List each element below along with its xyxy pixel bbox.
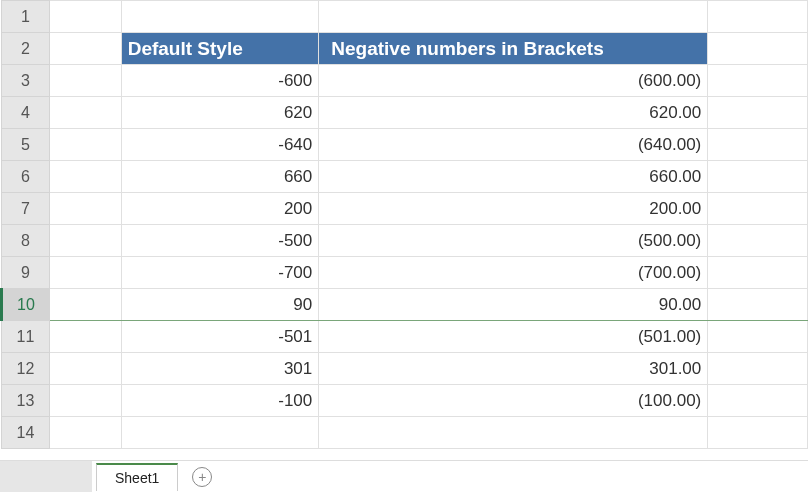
row-header[interactable]: 9	[2, 257, 50, 289]
cell[interactable]	[319, 1, 708, 33]
cell[interactable]	[49, 1, 121, 33]
cell[interactable]	[49, 417, 121, 449]
cell[interactable]	[49, 225, 121, 257]
cell[interactable]: (640.00)	[319, 129, 708, 161]
cell[interactable]	[49, 33, 121, 65]
cell[interactable]	[49, 257, 121, 289]
cell[interactable]: (600.00)	[319, 65, 708, 97]
cell[interactable]: Negative numbers in Brackets	[319, 33, 708, 65]
cell[interactable]: 90	[121, 289, 319, 321]
cell[interactable]	[708, 65, 808, 97]
cell[interactable]	[49, 65, 121, 97]
sheet-tab-sheet1[interactable]: Sheet1	[96, 463, 178, 491]
cell[interactable]	[708, 193, 808, 225]
cell[interactable]	[49, 129, 121, 161]
cell[interactable]: -600	[121, 65, 319, 97]
row-header[interactable]: 4	[2, 97, 50, 129]
cell[interactable]: 90.00	[319, 289, 708, 321]
cell[interactable]	[49, 161, 121, 193]
cell[interactable]	[708, 161, 808, 193]
cell[interactable]	[708, 289, 808, 321]
cell[interactable]: 660.00	[319, 161, 708, 193]
cell[interactable]: 620	[121, 97, 319, 129]
cell[interactable]	[49, 193, 121, 225]
cell[interactable]	[708, 97, 808, 129]
cell[interactable]: (500.00)	[319, 225, 708, 257]
cell[interactable]	[708, 257, 808, 289]
cell[interactable]	[708, 417, 808, 449]
cell[interactable]: 301.00	[319, 353, 708, 385]
cell[interactable]	[49, 289, 121, 321]
cell[interactable]	[708, 225, 808, 257]
row-header[interactable]: 3	[2, 65, 50, 97]
cell[interactable]: (700.00)	[319, 257, 708, 289]
cell[interactable]	[708, 321, 808, 353]
cell[interactable]: 200.00	[319, 193, 708, 225]
row-header[interactable]: 2	[2, 33, 50, 65]
row-header[interactable]: 10	[2, 289, 50, 321]
cell[interactable]	[49, 97, 121, 129]
cell[interactable]: Default Style	[121, 33, 319, 65]
cell[interactable]: -700	[121, 257, 319, 289]
row-header[interactable]: 1	[2, 1, 50, 33]
cell[interactable]	[121, 417, 319, 449]
cell[interactable]: (100.00)	[319, 385, 708, 417]
cell[interactable]	[708, 385, 808, 417]
cell[interactable]: -501	[121, 321, 319, 353]
cell[interactable]	[49, 353, 121, 385]
row-header[interactable]: 14	[2, 417, 50, 449]
cell[interactable]: (501.00)	[319, 321, 708, 353]
row-header[interactable]: 13	[2, 385, 50, 417]
row-header[interactable]: 11	[2, 321, 50, 353]
cell[interactable]	[708, 129, 808, 161]
cell[interactable]: 301	[121, 353, 319, 385]
cell[interactable]: -100	[121, 385, 319, 417]
cell[interactable]: 200	[121, 193, 319, 225]
add-sheet-button[interactable]: +	[192, 467, 212, 487]
cell[interactable]	[708, 1, 808, 33]
row-header[interactable]: 8	[2, 225, 50, 257]
row-header[interactable]: 5	[2, 129, 50, 161]
row-header[interactable]: 6	[2, 161, 50, 193]
sheet-tab-bar: Sheet1 +	[0, 460, 808, 492]
cell[interactable]: 660	[121, 161, 319, 193]
row-header[interactable]: 7	[2, 193, 50, 225]
spreadsheet-grid[interactable]: 12Default StyleNegative numbers in Brack…	[0, 0, 808, 449]
cell[interactable]: 620.00	[319, 97, 708, 129]
row-header[interactable]: 12	[2, 353, 50, 385]
cell[interactable]	[319, 417, 708, 449]
cell[interactable]	[49, 321, 121, 353]
cell[interactable]	[121, 1, 319, 33]
cell[interactable]: -500	[121, 225, 319, 257]
cell[interactable]	[49, 385, 121, 417]
cell[interactable]	[708, 353, 808, 385]
cell[interactable]: -640	[121, 129, 319, 161]
cell[interactable]	[708, 33, 808, 65]
